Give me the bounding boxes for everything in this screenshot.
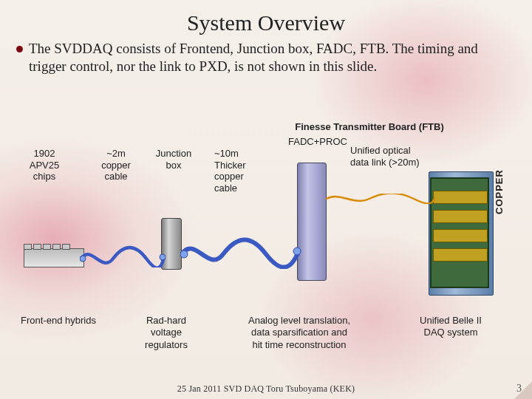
label-cable2: ~10mThickercoppercable: [214, 148, 269, 194]
apv-chips: [24, 244, 70, 250]
bullet-text: The SVDDAQ consists of Frontend, Junctio…: [29, 40, 516, 76]
caption-row: Front-end hybrids Rad-hardvoltageregulat…: [0, 315, 532, 351]
ftb-label: Finesse Transmitter Board (FTB): [236, 121, 502, 133]
bullet-icon: [16, 46, 23, 52]
frontend-hybrid: [24, 248, 84, 267]
copper-slot: [433, 248, 488, 262]
cable-icon: [80, 244, 166, 267]
cable-icon: [180, 236, 301, 269]
caption-frontend: Front-end hybrids: [0, 315, 118, 351]
copper-slot: [433, 191, 488, 204]
label-fadc: FADC+PROC: [281, 136, 355, 148]
diagram: Finesse Transmitter Board (FTB) 1902APV2…: [0, 126, 532, 362]
footer-text: 25 Jan 2011 SVD DAQ Toru Tsuboyama (KEK): [0, 383, 532, 395]
svg-point-0: [80, 256, 86, 262]
svg-point-1: [160, 254, 166, 260]
caption-analog: Analog level translation,data sparsifica…: [214, 315, 384, 351]
copper-slot: [433, 210, 488, 223]
page-curl-icon: [514, 381, 532, 399]
fadc-board: [297, 163, 327, 281]
label-cable1: ~2mcoppercable: [93, 148, 139, 183]
label-chips: 1902APV25chips: [21, 148, 68, 183]
svg-point-3: [293, 248, 301, 255]
caption-radhard: Rad-hardvoltageregulators: [118, 315, 214, 351]
label-optical: Unified opticaldata link (>20m): [350, 145, 454, 168]
fiber-icon: [325, 194, 436, 204]
bullet-item: The SVDDAQ consists of Frontend, Junctio…: [16, 40, 516, 76]
page-title: System Overview: [16, 10, 516, 35]
copper-label: COPPER: [494, 169, 505, 214]
caption-belle: Unified Belle IIDAQ system: [384, 315, 517, 351]
svg-point-2: [180, 250, 188, 258]
label-junction: Junctionbox: [146, 148, 201, 171]
copper-slot: [433, 229, 488, 242]
